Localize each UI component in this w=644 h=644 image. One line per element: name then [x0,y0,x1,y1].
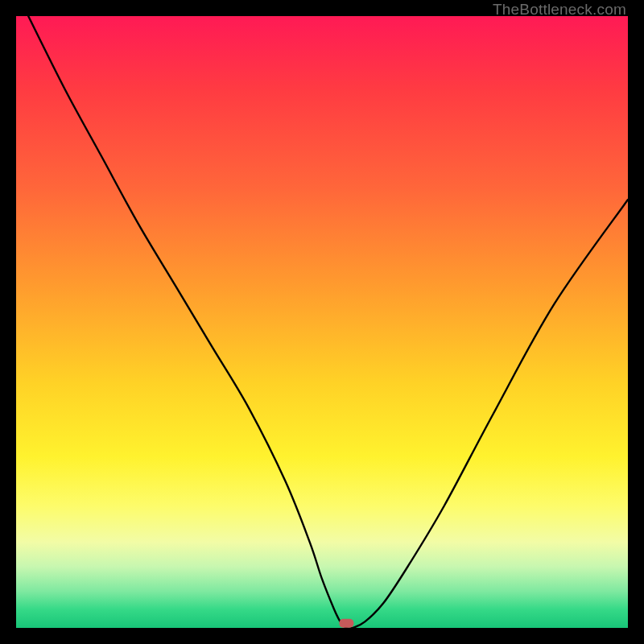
minimum-marker [339,619,353,628]
bottleneck-curve [28,16,628,628]
watermark-text: TheBottleneck.com [493,1,626,19]
chart-svg [16,16,628,628]
chart-frame: TheBottleneck.com [0,0,644,644]
